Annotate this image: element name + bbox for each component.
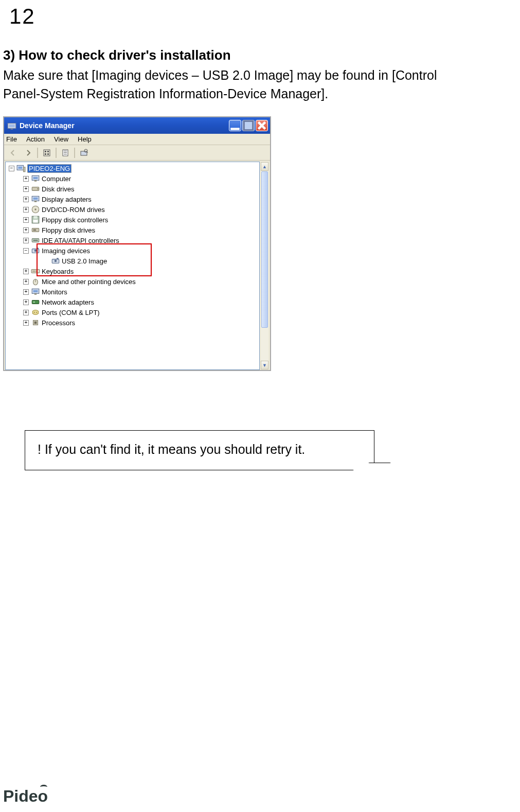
expand-icon[interactable]: +: [23, 197, 29, 202]
expand-icon[interactable]: +: [23, 186, 29, 192]
tree-item-mice[interactable]: + Mice and other pointing devices: [8, 276, 259, 287]
tree-item-label: DVD/CD-ROM drives: [42, 206, 105, 214]
svg-rect-21: [34, 180, 37, 181]
svg-rect-7: [47, 151, 49, 152]
menu-help[interactable]: Help: [78, 135, 92, 143]
expand-icon[interactable]: +: [23, 310, 29, 315]
svg-rect-1: [9, 124, 14, 127]
svg-rect-9: [47, 153, 49, 155]
tree-item-keyboards[interactable]: + Keyboards: [8, 266, 259, 276]
tree-item-computer[interactable]: + Computer: [8, 173, 259, 184]
tree-root[interactable]: − PIDEO2-ENG: [8, 163, 259, 173]
svg-rect-13: [64, 154, 67, 154]
back-button[interactable]: [6, 147, 20, 159]
toolbar-separator: [74, 148, 75, 158]
body-line1: Make sure that [Imaging devices – USB 2.…: [3, 68, 437, 82]
tree-item-dvd[interactable]: + DVD/CD-ROM drives: [8, 204, 259, 215]
expand-icon[interactable]: +: [23, 299, 29, 305]
tree-item-label: Floppy disk drives: [42, 226, 95, 234]
expand-icon[interactable]: +: [23, 238, 29, 243]
forward-button[interactable]: [22, 147, 35, 159]
expand-icon[interactable]: +: [23, 227, 29, 233]
computer-icon: [16, 164, 26, 173]
tree-item-imaging-devices[interactable]: − Imaging devices: [8, 245, 259, 256]
svg-rect-45: [36, 271, 37, 272]
tree-item-label: Keyboards: [42, 268, 74, 275]
svg-rect-17: [18, 167, 22, 169]
ide-icon: [31, 236, 40, 245]
menu-action[interactable]: Action: [26, 135, 45, 143]
maximize-button[interactable]: [242, 120, 255, 131]
tree-item-ports[interactable]: + Ports (COM & LPT): [8, 307, 259, 317]
page-number: 12: [9, 4, 35, 29]
device-tree[interactable]: − PIDEO2-ENG + Computer + Disk drives +: [5, 162, 260, 370]
port-icon: [31, 308, 40, 317]
tree-item-label: Imaging devices: [42, 247, 90, 255]
monitor-icon: [31, 287, 40, 296]
svg-point-40: [55, 260, 57, 262]
tree-item-display-adapters[interactable]: + Display adapters: [8, 194, 259, 204]
svg-rect-3: [230, 128, 240, 130]
tree-item-label: USB 2.0 Image: [62, 257, 107, 265]
svg-rect-33: [33, 230, 37, 231]
expand-icon[interactable]: +: [23, 289, 29, 295]
toolbar-separator: [37, 148, 38, 158]
tree-item-ide[interactable]: + IDE ATA/ATAPI controllers: [8, 235, 259, 245]
svg-rect-4: [244, 121, 253, 130]
body-text: Make sure that [Imaging devices – USB 2.…: [3, 66, 520, 103]
menu-file[interactable]: File: [6, 135, 17, 143]
svg-rect-8: [45, 153, 46, 155]
camera-icon: [51, 256, 60, 266]
tree-item-label: Mice and other pointing devices: [42, 278, 136, 286]
body-line2: Panel-System Registration Information-De…: [3, 86, 328, 101]
tree-item-disk-drives[interactable]: + Disk drives: [8, 184, 259, 194]
svg-rect-43: [32, 271, 33, 272]
tree-item-monitors[interactable]: + Monitors: [8, 287, 259, 297]
tree-item-label: Ports (COM & LPT): [42, 309, 100, 316]
tree-item-label: Computer: [42, 175, 71, 183]
disk-icon: [31, 184, 40, 193]
scroll-up-arrow[interactable]: ▲: [261, 162, 268, 171]
svg-point-54: [36, 312, 37, 313]
collapse-icon[interactable]: −: [23, 248, 29, 254]
properties-button[interactable]: [59, 147, 72, 159]
window-titlebar[interactable]: Device Manager: [4, 117, 270, 134]
tree-item-network[interactable]: + Network adapters: [8, 297, 259, 307]
vertical-scrollbar[interactable]: ▲ ▼: [260, 162, 269, 370]
tree-item-usb-image[interactable]: USB 2.0 Image: [8, 256, 259, 266]
tree-item-label: Disk drives: [42, 185, 75, 193]
view-button[interactable]: [40, 147, 53, 159]
menu-view[interactable]: View: [54, 135, 68, 143]
expand-icon[interactable]: +: [23, 207, 29, 213]
tree-item-floppy-controllers[interactable]: + Floppy disk controllers: [8, 215, 259, 225]
tree-item-label: Network adapters: [42, 298, 94, 306]
svg-point-28: [34, 208, 36, 210]
close-button[interactable]: [256, 120, 268, 131]
minimize-button[interactable]: [229, 120, 241, 131]
expand-icon[interactable]: +: [23, 279, 29, 285]
svg-rect-6: [45, 151, 46, 152]
display-icon: [31, 195, 40, 204]
expand-icon[interactable]: +: [23, 217, 29, 223]
imaging-icon: [31, 246, 40, 255]
expand-icon[interactable]: +: [23, 269, 29, 274]
expand-icon[interactable]: +: [23, 176, 29, 182]
tree-item-label: Display adapters: [42, 196, 92, 203]
menubar: File Action View Help: [4, 134, 270, 145]
floppy-drive-icon: [31, 225, 40, 235]
svg-rect-11: [64, 151, 67, 151]
tree-item-processors[interactable]: + Processors: [8, 317, 259, 328]
toolbar: [4, 145, 270, 161]
brand-logo: Pideo: [3, 787, 48, 806]
collapse-icon[interactable]: −: [9, 166, 14, 171]
tree-item-floppy-drives[interactable]: + Floppy disk drives: [8, 225, 259, 235]
scroll-down-arrow[interactable]: ▼: [261, 361, 268, 369]
svg-rect-2: [11, 128, 13, 129]
expand-icon[interactable]: +: [23, 320, 29, 326]
scroll-thumb[interactable]: [261, 171, 268, 328]
svg-rect-38: [37, 248, 38, 249]
scan-button[interactable]: [77, 147, 91, 159]
svg-rect-20: [33, 177, 38, 180]
computer-icon: [31, 174, 40, 183]
note-box: ! If you can't find it, it means you sho…: [25, 430, 374, 470]
